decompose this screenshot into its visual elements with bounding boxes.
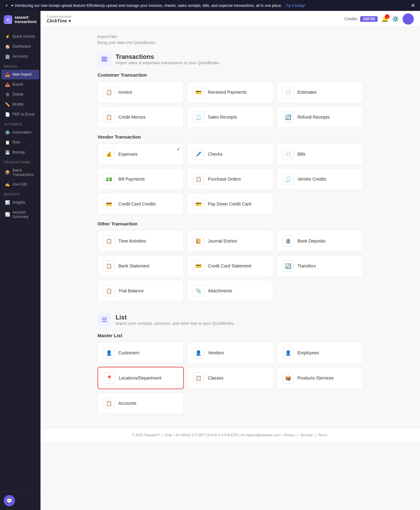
transactions-subtitle: Import sales & expenses transactions to … xyxy=(116,60,220,65)
svg-rect-0 xyxy=(102,57,107,58)
card-accounts-list[interactable]: 📋 Accounts xyxy=(98,392,184,414)
card-purchase-orders[interactable]: 📋 Purchase Orders xyxy=(187,168,273,190)
sidebar-logo: tr saasant transactions xyxy=(0,11,41,29)
sidebar-item-quick-access[interactable]: ⚡ Quick Access xyxy=(1,32,39,41)
locations-icon: 📍 xyxy=(104,372,115,384)
vendor-credits-label: Vendor Credits xyxy=(298,177,327,182)
card-checks[interactable]: 🖊️ Checks xyxy=(187,143,273,165)
credit-card-credits-label: Credit Card Credits xyxy=(118,201,156,206)
sidebar-item-backup[interactable]: 💾 Backup xyxy=(1,148,39,157)
card-bank-deposits[interactable]: 🏦 Bank Deposits xyxy=(277,230,363,252)
card-vendors[interactable]: 👤 Vendors xyxy=(187,342,273,364)
chat-button[interactable]: 💬 xyxy=(4,495,15,506)
credit-memos-icon: 📋 xyxy=(103,111,115,123)
svg-rect-2 xyxy=(102,60,107,61)
vendors-label: Vendors xyxy=(208,350,224,355)
sidebar-item-account-summary[interactable]: 📈 Account Summary xyxy=(1,208,39,221)
sidebar-item-dashboard[interactable]: 🏠 Dashboard xyxy=(1,42,39,51)
bill-payments-icon: 💵 xyxy=(103,173,115,185)
classes-icon: 📋 xyxy=(193,372,204,384)
automation-icon: ⚙️ xyxy=(5,130,10,135)
notifications-button[interactable]: 🔔 1 xyxy=(381,16,388,22)
card-expenses[interactable]: 💰 Expenses ✔ xyxy=(98,143,184,165)
avatar[interactable] xyxy=(403,13,414,25)
master-list-label: Master List xyxy=(98,333,363,338)
card-credit-card-credits[interactable]: 💳 Credit Card Credits xyxy=(98,193,184,215)
sidebar-item-delete[interactable]: 🗑 Delete xyxy=(1,90,39,99)
breadcrumb-text: Import Files xyxy=(98,35,117,39)
list-title-area: List Import your contacts, products, and… xyxy=(116,314,235,326)
card-journal-entries[interactable]: 📔 Journal Entries xyxy=(187,230,273,252)
card-received-payments[interactable]: 💳 Received Payments xyxy=(187,81,273,103)
card-time-activities[interactable]: 📋 Time Activities xyxy=(98,230,184,252)
sidebar-item-export[interactable]: 📤 Export xyxy=(1,80,39,89)
card-classes[interactable]: 📋 Classes xyxy=(187,367,273,389)
notification-badge: 1 xyxy=(385,14,389,19)
footer-terms-link[interactable]: Terms xyxy=(318,433,327,437)
card-pay-down-credit-card[interactable]: 💳 Pay Down Credit Card xyxy=(187,193,273,215)
sidebar-item-pdf-to-excel[interactable]: 📄 PDF to Excel xyxy=(1,110,39,119)
time-activities-label: Time Activities xyxy=(118,238,146,243)
sidebar-item-insights[interactable]: 📊 Insights xyxy=(1,198,39,207)
card-bills[interactable]: 📄 Bills xyxy=(277,143,363,165)
card-bill-payments[interactable]: 💵 Bill Payments xyxy=(98,168,184,190)
sidebar-item-modify[interactable]: ✏️ Modify xyxy=(1,100,39,109)
pdf-icon: 📄 xyxy=(5,112,10,117)
transactions-section-title-area: Transactions Import sales & expenses tra… xyxy=(116,53,220,65)
transactions-section-label: TRANSACTIONS xyxy=(0,158,41,165)
card-credit-memos[interactable]: 📋 Credit Memos xyxy=(98,106,184,128)
card-attachments[interactable]: 📎 Attachments xyxy=(187,280,273,302)
breadcrumb: Import Files xyxy=(98,35,363,39)
sidebar-item-accounts[interactable]: 🏦 Accounts xyxy=(1,52,39,61)
credits-badge: Credits: 100793 xyxy=(344,16,378,22)
sidebar-item-rule[interactable]: 📋 Rule xyxy=(1,138,39,147)
products-services-icon: 📦 xyxy=(283,372,294,384)
page-footer: © 2025 SaasAnt™ | Chat | ✆+1(619) 377-09… xyxy=(41,428,420,442)
card-bank-statement[interactable]: 📋 Bank Statement xyxy=(98,255,184,277)
sidebar-label: PDF to Excel xyxy=(12,112,34,116)
sidebar-item-live-edit[interactable]: ✍️ Live Edit xyxy=(1,180,39,189)
card-trial-balance[interactable]: 📋 Trial Balance xyxy=(98,280,184,302)
card-products-services[interactable]: 📦 Products /Services xyxy=(277,367,363,389)
account-name-dropdown[interactable]: ClickTime ▾ xyxy=(47,18,71,23)
journal-entries-icon: 📔 xyxy=(193,235,204,247)
card-employees[interactable]: 👤 Employees xyxy=(277,342,363,364)
banner-link[interactable]: Try it today! xyxy=(286,3,305,8)
settings-button[interactable]: ⚙️ xyxy=(392,16,399,22)
list-section-icon xyxy=(98,313,111,327)
card-estimates[interactable]: 📄 Estimates xyxy=(277,81,363,103)
sidebar-item-batch-transactions[interactable]: 📦 Batch Transactions xyxy=(1,166,39,179)
sidebar-chat: 💬 xyxy=(0,491,41,510)
time-activities-icon: 📋 xyxy=(103,235,115,247)
employees-icon: 👤 xyxy=(283,347,294,358)
credits-value: 100793 xyxy=(360,16,378,22)
credit-card-statement-icon: 💳 xyxy=(193,260,204,272)
sidebar-item-automation[interactable]: ⚙️ Automation xyxy=(1,128,39,137)
main-content: Import Files Bring your data into QuickB… xyxy=(41,27,420,510)
sidebar-label: Live Edit xyxy=(12,182,27,187)
card-credit-card-statement[interactable]: 💳 Credit Card Statement xyxy=(187,255,273,277)
accounts-list-icon: 📋 xyxy=(103,398,115,409)
breadcrumb-subtitle: Bring your data into QuickBooks xyxy=(98,40,363,45)
customers-icon: 👤 xyxy=(103,347,115,358)
card-invoice[interactable]: 📋 Invoice xyxy=(98,81,184,103)
received-payments-label: Received Payments xyxy=(208,90,247,95)
footer-privacy-link[interactable]: Privacy xyxy=(284,433,295,437)
footer-security-link[interactable]: Security xyxy=(300,433,313,437)
top-banner: ✦ ✦ Introducing our new receipt upload f… xyxy=(0,0,420,11)
card-customers[interactable]: 👤 Customers xyxy=(98,342,184,364)
master-list-grid: 👤 Customers 👤 Vendors 👤 Employees � xyxy=(98,342,363,414)
card-refund-receipts[interactable]: 🔄 Refund Receipts xyxy=(277,106,363,128)
card-locations-department[interactable]: 📍 Locations/Department xyxy=(98,367,184,389)
header: Current Account ClickTime ▾ Credits: 100… xyxy=(41,11,420,27)
card-vendor-credits[interactable]: 🧾 Vendor Credits xyxy=(277,168,363,190)
card-sales-receipts[interactable]: 🧾 Sales Receipts xyxy=(187,106,273,128)
customers-label: Customers xyxy=(118,350,140,355)
banner-close-button[interactable]: ✕ xyxy=(411,2,415,8)
vendor-transaction-label: Vendor Transaction xyxy=(98,134,363,139)
card-transfers[interactable]: 🔄 Transfers xyxy=(277,255,363,277)
footer-chat-link[interactable]: Chat xyxy=(165,433,172,437)
sidebar-item-new-import[interactable]: 📥 New Import xyxy=(1,70,39,79)
svg-rect-1 xyxy=(102,59,107,60)
quick-access-icon: ⚡ xyxy=(5,34,10,39)
